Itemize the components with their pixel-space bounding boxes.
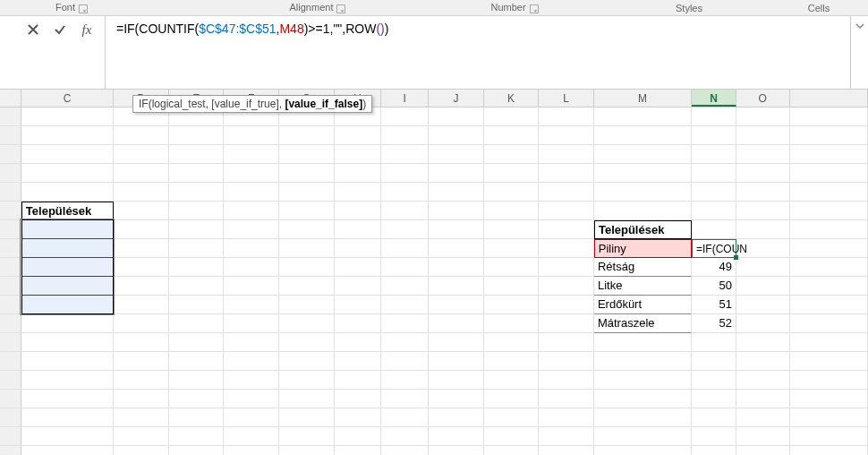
- cancel-button[interactable]: [24, 21, 42, 39]
- col-header-J[interactable]: J: [429, 90, 484, 107]
- table-row[interactable]: [21, 258, 114, 277]
- list-item[interactable]: Erdőkürt: [594, 296, 692, 314]
- col-header-O[interactable]: O: [736, 90, 790, 107]
- table-row[interactable]: [21, 277, 114, 296]
- list-item[interactable]: 50: [692, 277, 736, 296]
- table-row[interactable]: [21, 220, 114, 239]
- active-cell[interactable]: =IF(COUN: [692, 239, 736, 258]
- col-header-blank[interactable]: [790, 90, 868, 107]
- list-item[interactable]: 49: [692, 258, 736, 277]
- dialog-launcher-icon[interactable]: [79, 4, 88, 13]
- formula-bar: fx =IF(COUNTIF($C$47:$C$51,M48)>=1,"",RO…: [0, 16, 868, 90]
- col-header-M[interactable]: M: [594, 90, 692, 107]
- list-item[interactable]: Rétság: [594, 258, 692, 277]
- function-hint-tooltip[interactable]: IF(logical_test, [value_if_true], [value…: [132, 95, 372, 113]
- insert-function-button[interactable]: fx: [78, 21, 96, 39]
- group-font: Font: [36, 2, 107, 13]
- list-item[interactable]: 51: [692, 296, 736, 314]
- x-icon: [27, 23, 39, 36]
- check-icon: [54, 23, 66, 36]
- chevron-down-icon: [855, 21, 864, 30]
- enter-button[interactable]: [51, 21, 69, 39]
- list-item[interactable]: Mátraszele: [594, 314, 692, 333]
- cell-grid[interactable]: Települések Települések Piliny=IF(COUN R…: [0, 107, 868, 455]
- formula-input[interactable]: =IF(COUNTIF($C$47:$C$51,M48)>=1,"",ROW()…: [106, 16, 850, 89]
- group-styles: Styles: [662, 3, 716, 13]
- dialog-launcher-icon[interactable]: [336, 4, 345, 13]
- col-header-C[interactable]: C: [21, 90, 114, 107]
- col-header-K[interactable]: K: [484, 90, 540, 107]
- col-header-I[interactable]: I: [381, 90, 429, 107]
- group-cells: Cells: [796, 3, 841, 13]
- list-item[interactable]: Piliny: [594, 239, 692, 258]
- right-table-header[interactable]: Települések: [594, 220, 692, 239]
- column-headers[interactable]: C D E F G H I J K L M N O: [0, 90, 868, 107]
- dialog-launcher-icon[interactable]: [530, 4, 539, 13]
- group-number: Number: [474, 2, 555, 13]
- col-header-L[interactable]: L: [539, 90, 594, 107]
- list-item[interactable]: 52: [692, 314, 736, 333]
- group-alignment: Alignment: [268, 2, 367, 13]
- list-item[interactable]: Litke: [594, 277, 692, 296]
- expand-formula-bar[interactable]: [850, 16, 868, 89]
- table-row[interactable]: [21, 239, 114, 258]
- col-header-N[interactable]: N: [692, 90, 736, 107]
- ribbon-group-labels: Font Alignment Number Styles Cells: [0, 0, 868, 16]
- left-table-header[interactable]: Települések: [21, 202, 114, 220]
- fill-handle[interactable]: [734, 255, 738, 260]
- table-row[interactable]: [21, 296, 114, 314]
- name-box-area: fx: [0, 16, 106, 89]
